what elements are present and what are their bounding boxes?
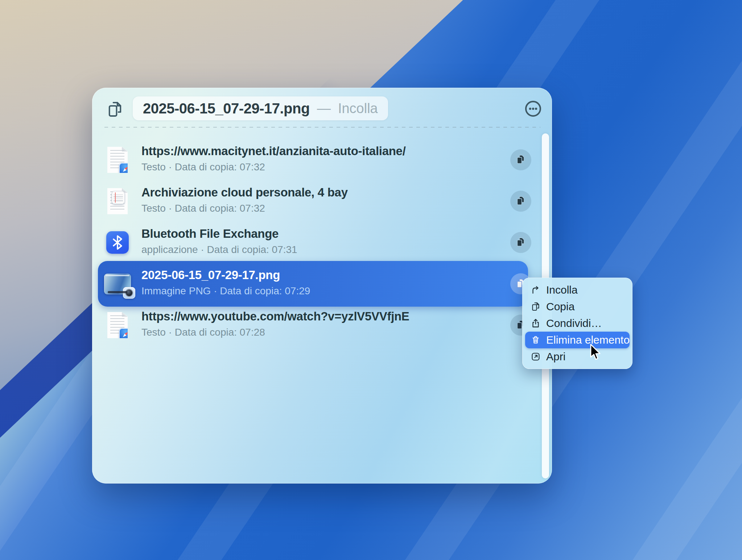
copy-button[interactable] xyxy=(510,149,531,170)
copy-button[interactable] xyxy=(510,232,531,253)
screenshot-thumbnail xyxy=(104,274,131,294)
share-icon xyxy=(530,318,541,329)
screenshot-badge-icon xyxy=(123,287,135,299)
open-external-icon xyxy=(530,351,541,362)
text-document-safari-icon xyxy=(103,139,132,181)
preview-action-hint: Incolla xyxy=(338,101,378,116)
more-options-button[interactable] xyxy=(524,99,543,118)
item-title: Archiviazione cloud personale, 4 bay xyxy=(141,186,505,199)
item-meta: Testo · Data di copia: 07:32 xyxy=(141,161,505,173)
bluetooth-icon xyxy=(106,231,129,254)
menu-item-apri[interactable]: Apri xyxy=(525,348,630,365)
safari-badge-icon xyxy=(119,328,132,341)
ellipsis-circle-icon xyxy=(524,114,543,119)
preview-separator: — xyxy=(317,101,331,116)
menu-item-label: Copia xyxy=(546,300,574,313)
clipboard-preview-field[interactable]: 2025-06-15_07-29-17.png — Incolla xyxy=(133,96,388,120)
clipboard-window: 2025-06-15_07-29-17.png — Incolla xyxy=(92,88,552,484)
item-title: 2025-06-15_07-29-17.png xyxy=(141,268,505,282)
menu-item-condividi[interactable]: Condividi… xyxy=(525,315,630,332)
list-item[interactable]: Archiviazione cloud personale, 4 bay Tes… xyxy=(92,181,552,222)
preview-filename: 2025-06-15_07-29-17.png xyxy=(143,100,310,117)
item-title: https://www.youtube.com/watch?v=yzlV5VVf… xyxy=(141,310,505,323)
item-title: https://www.macitynet.it/anzianita-auto-… xyxy=(141,144,505,158)
item-meta: Immagine PNG · Data di copia: 07:29 xyxy=(141,285,505,297)
header-divider xyxy=(104,127,540,128)
text-document-textedit-icon xyxy=(103,181,132,222)
list-item[interactable]: Bluetooth File Exchange applicazione · D… xyxy=(92,222,552,263)
copy-document-icon xyxy=(105,99,125,120)
item-meta: applicazione · Data di copia: 07:31 xyxy=(141,244,505,256)
trash-icon xyxy=(530,335,541,345)
desktop: 2025-06-15_07-29-17.png — Incolla xyxy=(0,0,742,560)
copy-icon xyxy=(515,195,527,208)
list-item[interactable]: https://www.macitynet.it/anzianita-auto-… xyxy=(92,139,552,181)
paste-arrow-icon xyxy=(530,285,541,295)
item-meta: Testo · Data di copia: 07:32 xyxy=(141,203,505,214)
menu-item-label: Apri xyxy=(546,350,565,363)
context-menu: Incolla Copia Condividi… xyxy=(522,278,632,369)
menu-item-label: Incolla xyxy=(546,284,578,296)
text-document-safari-icon xyxy=(103,304,132,346)
menu-item-elimina-elemento[interactable]: Elimina elemento xyxy=(525,332,630,348)
item-meta: Testo · Data di copia: 07:28 xyxy=(141,327,505,338)
copy-icon xyxy=(515,236,527,249)
menu-item-copia[interactable]: Copia xyxy=(525,298,630,315)
menu-item-incolla[interactable]: Incolla xyxy=(525,282,630,298)
textedit-badge-icon xyxy=(112,191,125,204)
item-title: Bluetooth File Exchange xyxy=(141,227,505,241)
copy-icon xyxy=(515,154,527,166)
safari-badge-icon xyxy=(119,163,132,176)
list-item[interactable]: https://www.youtube.com/watch?v=yzlV5VVf… xyxy=(92,304,552,346)
list-item-selected[interactable]: 2025-06-15_07-29-17.png Immagine PNG · D… xyxy=(92,263,552,304)
menu-item-label: Elimina elemento xyxy=(546,334,630,346)
copy-button[interactable] xyxy=(510,191,531,212)
menu-item-label: Condividi… xyxy=(546,317,602,329)
copy-icon xyxy=(530,301,541,312)
